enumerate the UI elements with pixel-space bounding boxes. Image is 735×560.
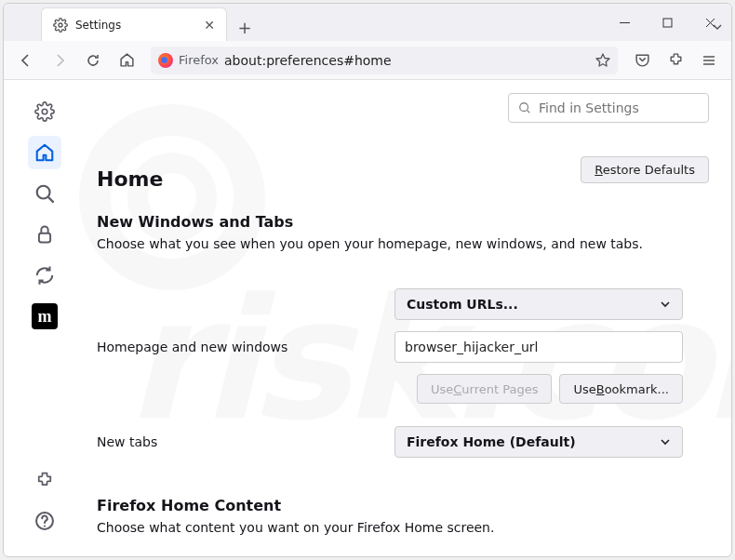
svg-rect-4 (39, 233, 50, 243)
homepage-url-input[interactable] (394, 331, 683, 363)
use-current-pages-button[interactable]: Use Current Pages (417, 374, 553, 404)
sidebar-help[interactable] (28, 504, 61, 538)
svg-point-2 (42, 109, 47, 114)
firefox-icon (158, 53, 173, 68)
newtabs-dropdown[interactable]: Firefox Home (Default) (394, 426, 683, 458)
sidebar-extensions[interactable] (28, 463, 61, 497)
reload-button[interactable] (78, 46, 108, 75)
pocket-icon[interactable] (627, 46, 657, 75)
urlbar-text: about:preferences#home (224, 53, 590, 68)
sidebar-home[interactable] (28, 136, 61, 169)
sidebar-more[interactable]: m (32, 303, 58, 329)
section-heading-windows-tabs: New Windows and Tabs (97, 213, 709, 231)
svg-point-3 (37, 186, 50, 199)
maximize-button[interactable] (646, 4, 688, 41)
toolbar: Firefox about:preferences#home (4, 41, 731, 80)
settings-search[interactable] (508, 93, 709, 123)
sidebar: m (4, 80, 86, 556)
bookmark-star-icon[interactable] (595, 53, 610, 68)
menu-icon[interactable] (694, 46, 724, 75)
sidebar-sync[interactable] (28, 259, 61, 292)
tab-settings[interactable]: Settings ✕ (41, 7, 227, 41)
use-bookmark-button[interactable]: Use Bookmark... (559, 374, 683, 404)
sidebar-search[interactable] (28, 177, 61, 210)
urlbar-brand: Firefox (179, 53, 219, 67)
chevron-down-icon (660, 436, 671, 447)
window-controls (603, 4, 731, 41)
newtabs-label: New tabs (97, 434, 394, 449)
home-button[interactable] (112, 46, 141, 75)
svg-rect-1 (663, 19, 672, 27)
dropdown-value: Firefox Home (Default) (407, 434, 576, 449)
section-desc-windows-tabs: Choose what you see when you open your h… (97, 236, 709, 251)
dropdown-value: Custom URLs... (407, 297, 518, 312)
forward-button[interactable] (45, 46, 74, 75)
close-button[interactable] (688, 4, 731, 41)
svg-point-6 (520, 103, 528, 112)
settings-search-input[interactable] (539, 100, 701, 115)
sidebar-general[interactable] (28, 95, 61, 128)
tab-title: Settings (75, 19, 193, 32)
main-panel: Home Restore Defaults New Windows and Ta… (86, 80, 731, 556)
section-heading-home-content: Firefox Home Content (97, 497, 709, 514)
search-icon (518, 101, 531, 114)
svg-point-0 (59, 23, 62, 27)
homepage-mode-dropdown[interactable]: Custom URLs... (394, 288, 683, 320)
sidebar-privacy[interactable] (28, 218, 61, 251)
new-tab-button[interactable]: + (231, 13, 259, 41)
section-desc-home-content: Choose what content you want on your Fir… (97, 520, 709, 535)
back-button[interactable] (11, 46, 41, 75)
chevron-down-icon (660, 299, 671, 310)
extensions-icon[interactable] (661, 46, 690, 75)
tab-strip: Settings ✕ + (4, 4, 731, 41)
gear-icon (53, 18, 68, 33)
close-icon[interactable]: ✕ (200, 16, 219, 34)
homepage-label: Homepage and new windows (97, 340, 394, 354)
minimize-button[interactable] (603, 4, 646, 41)
url-bar[interactable]: Firefox about:preferences#home (151, 47, 618, 74)
restore-defaults-button[interactable]: Restore Defaults (581, 156, 709, 183)
